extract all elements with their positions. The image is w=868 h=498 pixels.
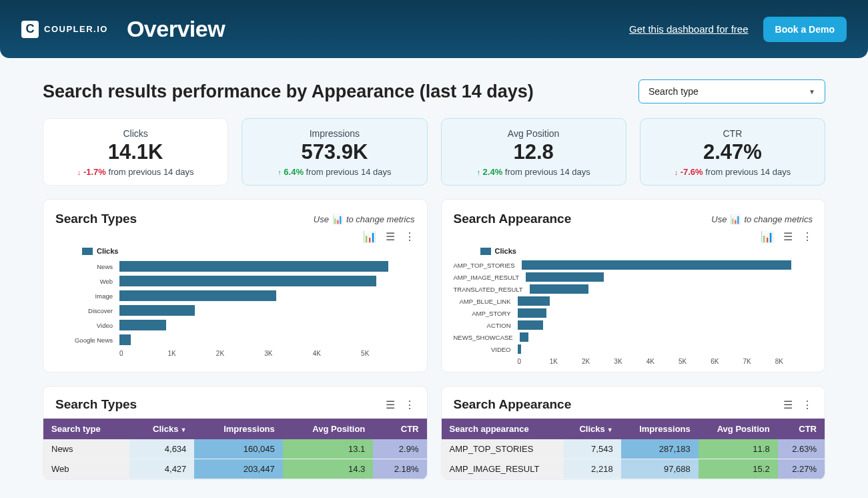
bar-track	[119, 288, 410, 303]
bar[interactable]	[518, 344, 521, 353]
cell-name: News	[43, 439, 129, 459]
axis-tick: 4K	[646, 358, 679, 365]
cell-name: AMP_IMAGE_RESULT	[442, 459, 564, 479]
cell-clicks: 2,218	[564, 459, 621, 479]
filter-icon[interactable]: ☰	[386, 399, 395, 411]
more-icon[interactable]: ⋮	[802, 230, 813, 243]
more-icon[interactable]: ⋮	[404, 230, 415, 243]
bar-label: NEWS_SHOWCASE	[454, 334, 516, 341]
cell-name: Web	[43, 459, 129, 479]
bar-chart-search-appearance: Clicks AMP_TOP_STORIESAMP_IMAGE_RESULTTR…	[454, 244, 813, 365]
cell-ctr: 2.27%	[778, 459, 825, 479]
col-impressions[interactable]: Impressions	[194, 419, 282, 439]
chart-config-icon[interactable]: 📊	[761, 230, 774, 243]
section-title: Search results performance by Appearance…	[43, 81, 534, 102]
axis-tick: 0	[518, 358, 550, 365]
card-title: Search Types	[55, 397, 137, 412]
chart-legend: Clicks	[82, 247, 410, 255]
bar-label: AMP_STORY	[454, 310, 514, 317]
bar-row: Discover	[55, 303, 410, 318]
col-position[interactable]: Avg Position	[699, 419, 778, 439]
bar-label: AMP_TOP_STORIES	[454, 262, 518, 269]
bar[interactable]	[119, 320, 166, 330]
title-row: Search results performance by Appearance…	[43, 79, 825, 103]
arrow-down-icon: ↓	[77, 168, 81, 176]
cell-impressions: 287,183	[621, 439, 699, 459]
bar-track	[526, 271, 807, 283]
bar[interactable]	[522, 260, 791, 269]
kpi-position[interactable]: Avg Position 12.8 ↑ 2.4% from previous 1…	[441, 118, 626, 186]
bar[interactable]	[526, 272, 604, 281]
get-dashboard-link[interactable]: Get this dashboard for free	[629, 23, 748, 35]
bar[interactable]	[119, 290, 276, 301]
bar[interactable]	[518, 320, 543, 329]
chart-settings-icon: 📊	[332, 214, 343, 224]
col-ctr[interactable]: CTR	[373, 419, 426, 439]
metric-hint: Use 📊 to change metrics	[314, 214, 415, 224]
table-row[interactable]: News4,634160,04513.12.9%	[43, 439, 427, 459]
bar[interactable]	[520, 332, 528, 341]
table-header: Search type Clicks▼ Impressions Avg Posi…	[43, 419, 427, 439]
axis-tick: 5K	[361, 350, 409, 357]
chart-config-icon[interactable]: 📊	[363, 230, 376, 243]
filter-icon[interactable]: ☰	[783, 230, 793, 243]
data-table: Search appearance Clicks▼ Impressions Av…	[442, 419, 825, 479]
bar-track	[119, 318, 410, 332]
bar[interactable]	[518, 296, 550, 305]
kpi-clicks[interactable]: Clicks 14.1K ↓ -1.7% from previous 14 da…	[43, 118, 228, 186]
col-search-type[interactable]: Search type	[43, 419, 129, 439]
chart-card-search-appearance: Search Appearance Use 📊 to change metric…	[441, 199, 826, 372]
table-header: Search appearance Clicks▼ Impressions Av…	[442, 419, 825, 439]
card-header: Search Types Use 📊 to change metrics	[55, 212, 415, 226]
table-toolbar: ☰ ⋮	[783, 399, 813, 411]
table-row[interactable]: AMP_TOP_STORIES7,543287,18311.82.63%	[442, 439, 825, 459]
table-row[interactable]: AMP_IMAGE_RESULT2,21897,68815.22.27%	[442, 459, 825, 479]
tables-row: Search Types ☰ ⋮ Search type Clicks▼ Imp…	[43, 386, 825, 480]
col-clicks[interactable]: Clicks▼	[564, 419, 621, 439]
col-search-appearance[interactable]: Search appearance	[442, 419, 564, 439]
table-header-row: Search Appearance ☰ ⋮	[442, 397, 825, 419]
kpi-impressions[interactable]: Impressions 573.9K ↑ 6.4% from previous …	[242, 118, 427, 186]
axis-tick: 3K	[264, 350, 312, 357]
bar[interactable]	[530, 284, 588, 293]
col-ctr[interactable]: CTR	[778, 419, 825, 439]
axis-tick: 0	[119, 350, 167, 357]
cell-impressions: 97,688	[621, 459, 699, 479]
bar[interactable]	[518, 308, 546, 317]
bar-row: Web	[55, 274, 410, 288]
axis-tick: 5K	[679, 358, 711, 365]
cell-impressions: 203,447	[194, 459, 282, 479]
cell-impressions: 160,045	[194, 439, 282, 459]
bar-track	[518, 295, 808, 307]
axis-tick: 1K	[167, 350, 215, 357]
cell-clicks: 4,634	[129, 439, 195, 459]
table-row[interactable]: Web4,427203,44714.32.18%	[43, 459, 427, 479]
col-position[interactable]: Avg Position	[283, 419, 374, 439]
more-icon[interactable]: ⋮	[404, 399, 415, 411]
kpi-ctr[interactable]: CTR 2.47% ↓ -7.6% from previous 14 days	[640, 118, 825, 186]
arrow-up-icon: ↑	[476, 168, 480, 176]
filter-icon[interactable]: ☰	[386, 230, 395, 243]
cell-position: 15.2	[699, 459, 778, 479]
bar[interactable]	[119, 334, 131, 345]
axis-tick: 1K	[550, 358, 582, 365]
more-icon[interactable]: ⋮	[802, 399, 813, 411]
bar-label: News	[55, 263, 115, 270]
bar-row: NEWS_SHOWCASE	[454, 331, 808, 343]
bar[interactable]	[119, 276, 376, 286]
bar-track	[522, 259, 807, 271]
col-impressions[interactable]: Impressions	[621, 419, 699, 439]
main-container: Search results performance by Appearance…	[0, 58, 868, 480]
bar-label: Discover	[55, 307, 115, 314]
bar-track	[520, 331, 807, 343]
search-type-select[interactable]: Search type ▼	[638, 79, 825, 103]
bar[interactable]	[119, 305, 195, 316]
kpi-value: 573.9K	[250, 140, 418, 164]
col-clicks[interactable]: Clicks▼	[129, 419, 195, 439]
filter-icon[interactable]: ☰	[783, 399, 793, 411]
bar[interactable]	[119, 261, 388, 272]
metric-hint: Use 📊 to change metrics	[711, 214, 813, 224]
bar-label: Google News	[55, 336, 115, 344]
axis-tick: 6K	[711, 358, 743, 365]
book-demo-button[interactable]: Book a Demo	[763, 17, 847, 42]
